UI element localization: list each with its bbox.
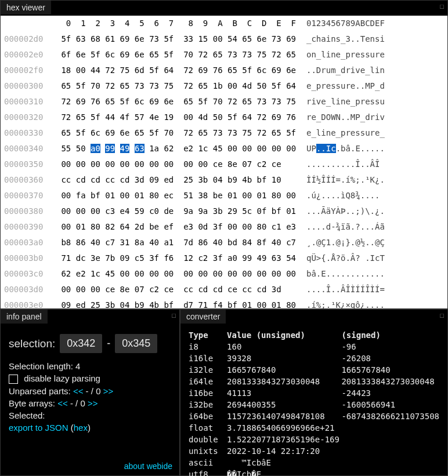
hex-bytes[interactable]: 00 00 00 ce 8e 07 c2 ce cc cd cd ce cc c… <box>56 282 296 297</box>
hex-row[interactable]: 00000350 00 00 00 00 00 00 00 00 00 00 c… <box>1 157 447 172</box>
disable-lazy-checkbox[interactable] <box>9 375 18 384</box>
bytearrays-prev[interactable]: << <box>57 398 68 408</box>
hex-bytes[interactable]: 18 00 44 72 75 6d 5f 64 72 69 76 65 5f 6… <box>56 63 296 78</box>
hex-ascii[interactable]: e_pressure..MP_d <box>296 78 385 94</box>
hex-bytes[interactable]: 6f 6e 5f 6c 69 6e 65 5f 70 72 65 73 73 7… <box>56 47 296 63</box>
conv-value-signed: -24423 <box>341 387 439 399</box>
hex-ascii[interactable]: bâ.E............ <box>296 266 385 282</box>
conv-row: i16le39328-26208 <box>189 353 439 364</box>
export-hex-link[interactable]: hex <box>74 423 88 433</box>
hex-bytes[interactable]: 72 69 76 65 5f 6c 69 6e 65 5f 70 72 65 7… <box>56 94 296 110</box>
conv-value-unsigned: 11572361407498478108 <box>227 410 341 422</box>
conv-row: i64be11572361407498478108-68743826662110… <box>189 410 439 422</box>
hex-bytes[interactable]: cc cd cd cc cd 3d 09 ed 25 3b 04 b9 4b b… <box>56 172 296 188</box>
conv-type: i16be <box>189 387 227 399</box>
hex-ascii[interactable]: qÜ>{.Å?ö.Â? .IcT <box>296 250 385 266</box>
conv-header-type: Type <box>189 329 227 341</box>
hex-row[interactable]: 000003b0 71 dc 3e 7b 09 c5 3f f6 12 c2 3… <box>1 250 447 266</box>
hex-bytes[interactable]: 00 01 80 82 64 2d be ef e3 0d 3f 00 00 8… <box>56 219 296 235</box>
hex-ascii[interactable]: ..........Î..ÂÎ <box>296 157 380 172</box>
hex-viewer-tab[interactable]: hex viewer <box>1 1 51 14</box>
selection-to[interactable]: 0x345 <box>115 334 157 353</box>
converter-table: TypeValue (unsigned)(signed)i8160-96i16l… <box>189 329 439 476</box>
selection-length-label: Selection length: <box>9 361 73 371</box>
hex-bytes[interactable]: 5f 63 68 61 69 6e 73 5f 33 15 00 54 65 6… <box>56 31 296 47</box>
hex-ascii[interactable]: ....Î..ÂÎÌÍÍÎÌÍ= <box>296 282 385 297</box>
hex-row[interactable]: 000003e0 09 ed 25 3b 04 b9 4b bf d7 71 f… <box>1 297 447 308</box>
hex-bytes[interactable]: 65 5f 70 72 65 73 73 75 72 65 1b 00 4d 5… <box>56 78 296 94</box>
hex-ascii[interactable]: .í%;.¹K¿×qô¿.... <box>296 297 385 308</box>
hex-row[interactable]: 000003c0 62 e2 1c 45 00 00 00 00 00 00 0… <box>1 266 447 282</box>
byte-arrays-label: Byte arrays: <box>9 398 55 408</box>
hex-row[interactable]: 00000300 65 5f 70 72 65 73 73 75 72 65 1… <box>1 78 447 94</box>
hex-ascii[interactable]: ..Drum_drive_lin <box>296 63 385 78</box>
hex-row[interactable]: 00000330 65 5f 6c 69 6e 65 5f 70 72 65 7… <box>1 125 447 141</box>
hex-ascii[interactable]: .ú¿....ìQ8¾.... <box>296 188 380 204</box>
hex-row[interactable]: 000002e0 6f 6e 5f 6c 69 6e 65 5f 70 72 6… <box>1 47 447 63</box>
panel-maximize-icon[interactable]: □ <box>172 312 176 319</box>
conv-type: utf8 <box>189 468 227 476</box>
export-json-link[interactable]: export to JSON <box>9 423 68 433</box>
conv-value-signed <box>341 434 439 445</box>
hex-row[interactable]: 00000310 72 69 76 65 5f 6c 69 6e 65 5f 7… <box>1 94 447 110</box>
conv-value-unsigned: 41113 <box>227 387 341 399</box>
hex-row[interactable]: 000002f0 18 00 44 72 75 6d 5f 64 72 69 7… <box>1 63 447 78</box>
hex-row[interactable]: 00000340 55 50 a0 99 49 63 1a 62 e2 1c 4… <box>1 141 447 157</box>
hex-row[interactable]: 00000360 cc cd cd cc cd 3d 09 ed 25 3b 0… <box>1 172 447 188</box>
hex-ascii[interactable]: ....d-¾ïã.?...Áã <box>296 219 385 235</box>
hex-ascii[interactable]: e_line_pressure_ <box>296 125 385 141</box>
conv-row: unixts2022-10-14 22:17:20 <box>189 445 439 457</box>
hex-row[interactable]: 000003a0 b8 86 40 c7 31 8a 40 a1 7d 86 4… <box>1 235 447 250</box>
conv-value-unsigned: 1665767840 <box>227 364 341 376</box>
conv-type: i8 <box>189 341 227 353</box>
about-webide-link[interactable]: about webide <box>124 462 172 471</box>
converter-tab[interactable]: converter <box>180 310 226 324</box>
hex-ascii[interactable]: _chains_3..Tensi <box>296 31 385 47</box>
hex-address: 00000380 <box>1 204 56 219</box>
hex-ascii[interactable]: ¸.@Ç1.@¡}.@½..@Ç <box>296 235 385 250</box>
hex-address: 00000330 <box>1 125 56 141</box>
conv-type: i64le <box>189 376 227 387</box>
hex-bytes[interactable]: b8 86 40 c7 31 8a 40 a1 7d 86 40 bd 84 8… <box>56 235 296 250</box>
hex-bytes[interactable]: 62 e2 1c 45 00 00 00 00 00 00 00 00 00 0… <box>56 266 296 282</box>
hex-row[interactable]: 000003d0 00 00 00 ce 8e 07 c2 ce cc cd c… <box>1 282 447 297</box>
hex-row[interactable]: 000002d0 5f 63 68 61 69 6e 73 5f 33 15 0… <box>1 31 447 47</box>
hex-ascii[interactable]: rive_line_pressu <box>296 94 385 110</box>
hex-bytes[interactable]: 72 65 5f 44 4f 57 4e 19 00 4d 50 5f 64 7… <box>56 110 296 125</box>
unparsed-next[interactable]: >> <box>103 386 114 396</box>
hex-address: 000002d0 <box>1 31 56 47</box>
unparsed-prev[interactable]: << <box>73 386 84 396</box>
hex-address: 000002e0 <box>1 47 56 63</box>
hex-bytes[interactable]: 00 00 00 00 00 00 00 00 00 00 ce 8e 07 c… <box>56 157 296 172</box>
hex-ascii[interactable]: on_line_pressure <box>296 47 385 63</box>
conv-value-unsigned: 2081333843273030048 <box>227 376 341 387</box>
conv-row: i16be41113-24423 <box>189 387 439 399</box>
hex-ascii[interactable]: re_DOWN..MP_driv <box>296 110 385 125</box>
selection-from[interactable]: 0x342 <box>60 334 102 353</box>
hex-bytes[interactable]: 00 fa bf 01 00 01 80 ec 51 38 be 01 00 0… <box>56 188 296 204</box>
bytearrays-next[interactable]: >> <box>88 398 98 408</box>
conv-value-signed: 1665767840 <box>341 364 439 376</box>
hex-row[interactable]: 00000390 00 01 80 82 64 2d be ef e3 0d 3… <box>1 219 447 235</box>
hex-row[interactable]: 00000380 00 00 00 c3 e4 59 c0 de 9a 9a 3… <box>1 204 447 219</box>
hex-bytes[interactable]: 09 ed 25 3b 04 b9 4b bf d7 71 f4 bf 01 0… <box>56 297 296 308</box>
hex-ascii[interactable]: UP..Ic.bâ.E..... <box>296 141 385 157</box>
conv-value-signed: -6874382666211073508 <box>341 410 439 422</box>
hex-ascii[interactable]: ÌÍ½ÎÍÍ=.í%;.¹K¿. <box>296 172 385 188</box>
panel-maximize-icon[interactable]: □ <box>440 312 444 319</box>
hex-bytes[interactable]: 55 50 a0 99 49 63 1a 62 e2 1c 45 00 00 0… <box>56 141 296 157</box>
conv-value-unsigned: 39328 <box>227 353 341 364</box>
panel-maximize-icon[interactable]: □ <box>440 3 444 10</box>
hex-bytes[interactable]: 71 dc 3e 7b 09 c5 3f f6 12 c2 3f a0 99 4… <box>56 250 296 266</box>
hex-bytes[interactable]: 00 00 00 c3 e4 59 c0 de 9a 9a 3b 29 5c 0… <box>56 204 296 219</box>
hex-ascii[interactable]: ...ÃäYÀÞ..;)\.¿. <box>296 204 385 219</box>
hex-row[interactable]: 00000370 00 fa bf 01 00 01 80 ec 51 38 b… <box>1 188 447 204</box>
conv-header-unsigned: Value (unsigned) <box>227 329 341 341</box>
unparsed-parts-label: Unparsed parts: <box>9 386 71 396</box>
hex-row[interactable]: 00000320 72 65 5f 44 4f 57 4e 19 00 4d 5… <box>1 110 447 125</box>
info-panel: info panel □ selection: 0x342 - 0x345 Se… <box>0 309 180 476</box>
hex-scroll-area[interactable]: 0 1 2 3 4 5 6 7 8 9 A B C D E F012345678… <box>1 16 447 308</box>
info-panel-tab[interactable]: info panel <box>1 310 48 324</box>
hex-address: 00000310 <box>1 94 56 110</box>
hex-bytes[interactable]: 65 5f 6c 69 6e 65 5f 70 72 65 73 73 75 7… <box>56 125 296 141</box>
